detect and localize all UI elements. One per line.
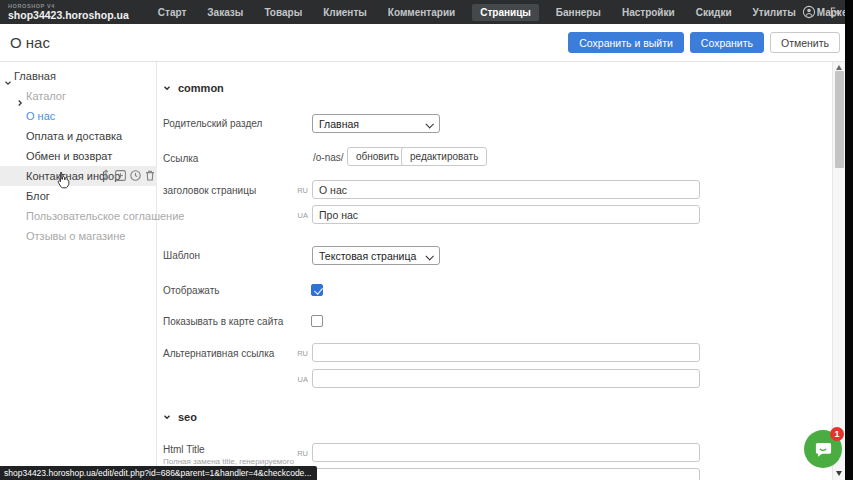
- scrollbar-thumb[interactable]: [835, 71, 844, 168]
- trash-icon[interactable]: [145, 170, 155, 181]
- section-seo-header[interactable]: seo: [163, 411, 197, 423]
- header-buttons: Сохранить и выйти Сохранить Отменить: [568, 32, 840, 53]
- menu-item-pages[interactable]: Страницы: [472, 4, 539, 21]
- display-label: Отображать: [163, 285, 219, 296]
- menu-item-orders[interactable]: Заказы: [203, 4, 247, 21]
- chevron-down-icon: [163, 84, 171, 92]
- menu-item-start[interactable]: Старт: [154, 4, 191, 21]
- topbar-icons: [802, 0, 841, 24]
- parent-section-label: Родительский раздел: [163, 118, 262, 129]
- link-refresh-button[interactable]: обновить: [347, 147, 408, 166]
- menu-item-products[interactable]: Товары: [260, 4, 306, 21]
- parent-section-select[interactable]: Главная: [312, 114, 440, 133]
- alt-link-ua-input[interactable]: [312, 369, 700, 388]
- screen-edge-strip: [845, 0, 853, 480]
- page-title: О нас: [10, 34, 50, 51]
- ru-badge: RU: [294, 186, 308, 195]
- link-value: /o-nas/: [313, 152, 344, 163]
- sitemap-label: Показывать в карте сайта: [163, 316, 283, 327]
- sidebar-item-home[interactable]: Главная: [0, 66, 157, 86]
- menu-item-settings[interactable]: Настройки: [618, 4, 679, 21]
- menu-item-comments[interactable]: Комментарии: [384, 4, 459, 21]
- save-button[interactable]: Сохранить: [690, 32, 764, 53]
- logout-icon[interactable]: [827, 5, 841, 19]
- scroll-up-arrow-icon[interactable]: [836, 65, 842, 70]
- account-icon[interactable]: [802, 5, 816, 19]
- page-tree-sidebar: Главная Каталог О нас Оплата и доставка …: [0, 62, 157, 480]
- chevron-down-icon: [163, 413, 171, 421]
- logo[interactable]: HOROSHOP V4 shop34423.horoshop.ua: [8, 4, 129, 21]
- sidebar-item-exchange-return[interactable]: Обмен и возврат: [0, 146, 157, 166]
- menu-item-banners[interactable]: Баннеры: [552, 4, 605, 21]
- link-label: Ссылка: [163, 153, 198, 164]
- sidebar-item-store-reviews[interactable]: Отзывы о магазине: [0, 226, 157, 246]
- vertical-scrollbar[interactable]: [832, 62, 845, 480]
- sidebar-item-blog[interactable]: Блог: [0, 186, 157, 206]
- admin-screen: HOROSHOP V4 shop34423.horoshop.ua Старт …: [0, 0, 853, 480]
- sitemap-checkbox[interactable]: [311, 315, 323, 327]
- move-icon[interactable]: [101, 169, 111, 181]
- html-title-label: Html Title: [163, 444, 205, 455]
- chat-bubble-icon: [813, 439, 834, 460]
- logo-domain: shop34423.horoshop.ua: [8, 10, 129, 21]
- html-title-ru-input[interactable]: [312, 443, 700, 462]
- link-edit-button[interactable]: редактировать: [401, 147, 487, 166]
- page-header: О нас Сохранить и выйти Сохранить Отмени…: [0, 24, 853, 62]
- section-common-header[interactable]: common: [163, 82, 224, 94]
- page-title-label: заголовок страницы: [163, 185, 256, 196]
- tree-row-actions: [101, 169, 155, 181]
- ua-badge: UA: [294, 211, 308, 220]
- html-title-ua-input[interactable]: [312, 468, 700, 480]
- menu-item-clients[interactable]: Клиенты: [319, 4, 371, 21]
- sidebar-item-about[interactable]: О нас: [0, 106, 157, 126]
- menu-item-discounts[interactable]: Скидки: [692, 4, 736, 21]
- menu-item-utilities[interactable]: Утилиты: [749, 4, 800, 21]
- cancel-button[interactable]: Отменить: [770, 32, 840, 53]
- ru-badge: RU: [294, 449, 308, 458]
- alt-link-ru-input[interactable]: [312, 343, 700, 362]
- sidebar-item-catalog[interactable]: Каталог: [0, 86, 157, 106]
- add-icon[interactable]: [115, 170, 126, 181]
- alt-link-label: Альтернативная ссылка: [163, 348, 274, 359]
- save-and-exit-button[interactable]: Сохранить и выйти: [568, 32, 684, 53]
- page-title-ua-input[interactable]: [312, 205, 700, 224]
- template-label: Шаблон: [163, 250, 200, 261]
- sidebar-item-contact-info[interactable]: Контактная инфор: [0, 166, 157, 186]
- status-bar-url: shop34423.horoshop.ua/edit/edit.php?id=6…: [0, 466, 317, 480]
- ua-badge: UA: [294, 375, 308, 384]
- html-title-help: Полная замена title, генерируемого: [163, 457, 294, 466]
- ru-badge: RU: [294, 349, 308, 358]
- sidebar-item-payment-delivery[interactable]: Оплата и доставка: [0, 126, 157, 146]
- template-select[interactable]: Текстовая страница: [312, 246, 440, 265]
- clock-icon[interactable]: [130, 170, 141, 181]
- topbar: HOROSHOP V4 shop34423.horoshop.ua Старт …: [0, 0, 853, 24]
- sidebar-item-user-agreement[interactable]: Пользовательское соглашение: [0, 206, 157, 226]
- scroll-down-arrow-icon[interactable]: [836, 471, 842, 476]
- page-title-ru-input[interactable]: [312, 180, 700, 199]
- chat-unread-badge: 1: [830, 427, 844, 441]
- main-menu: Старт Заказы Товары Клиенты Комментарии …: [154, 4, 853, 21]
- display-checkbox[interactable]: [311, 284, 323, 296]
